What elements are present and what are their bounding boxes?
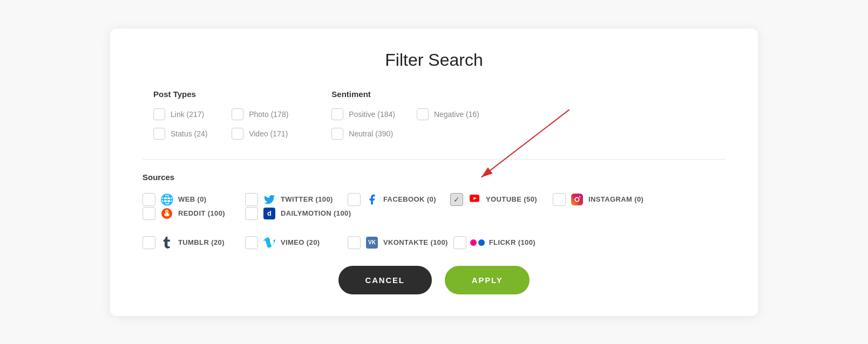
checkbox-status-box[interactable] <box>153 128 165 140</box>
page-title: Filter Search <box>143 50 725 70</box>
svg-point-9 <box>165 214 166 215</box>
source-vimeo-checkbox[interactable] <box>245 236 258 249</box>
checkbox-neutral[interactable]: Neutral (390) <box>331 128 395 140</box>
source-dailymotion[interactable]: d DAILYMOTION (100) <box>245 207 351 221</box>
source-tumblr[interactable]: TUMBLR (20) <box>143 236 240 250</box>
checkbox-video[interactable]: Video (171) <box>232 128 288 140</box>
sentiment-grid: Positive (184) Negative (16) Neutral (39… <box>331 108 480 140</box>
sentiment-label: Sentiment <box>331 90 480 99</box>
checkbox-neutral-label: Neutral (390) <box>349 129 393 138</box>
checkbox-neutral-box[interactable] <box>331 128 343 140</box>
action-buttons: CANCEL APPLY <box>143 266 725 294</box>
checkbox-status-label: Status (24) <box>171 129 207 138</box>
web-icon: 🌐 <box>160 192 174 207</box>
source-vimeo-label: VIMEO (20) <box>281 238 320 246</box>
source-twitter-checkbox[interactable] <box>245 193 258 206</box>
cancel-button[interactable]: CANCEL <box>338 266 432 294</box>
checkbox-link-label: Link (217) <box>171 110 204 119</box>
source-vkontakte-label: VKONTAKTE (100) <box>383 238 448 246</box>
source-youtube-label: YOUTUBE (50) <box>486 195 537 203</box>
sources-grid: 🌐 WEB (0) TWITTER (100) FACEBOOK (0) <box>143 192 725 250</box>
checkbox-link[interactable]: Link (217) <box>153 108 210 120</box>
checkbox-link-box[interactable] <box>153 108 165 120</box>
post-types-section: Post Types Link (217) Photo (178) Status… <box>153 90 288 140</box>
checkbox-negative[interactable]: Negative (16) <box>417 108 480 120</box>
vkontakte-icon: VK <box>365 236 379 250</box>
source-web-label: WEB (0) <box>178 195 207 203</box>
checkbox-negative-label: Negative (16) <box>434 110 479 119</box>
source-web[interactable]: 🌐 WEB (0) <box>143 192 240 207</box>
source-flickr-checkbox[interactable] <box>453 236 466 249</box>
reddit-icon <box>160 207 174 221</box>
source-youtube[interactable]: YOUTUBE (50) <box>450 192 547 207</box>
svg-rect-4 <box>571 194 583 205</box>
checkbox-negative-box[interactable] <box>417 108 429 120</box>
sources-section: Sources 🌐 WEB (0) TWITTER (100) <box>143 173 725 250</box>
source-web-checkbox[interactable] <box>143 193 155 206</box>
source-vimeo[interactable]: VIMEO (20) <box>245 236 342 250</box>
flickr-icon <box>471 236 485 250</box>
checkbox-positive[interactable]: Positive (184) <box>331 108 395 120</box>
source-dailymotion-checkbox[interactable] <box>245 207 258 220</box>
post-types-grid: Link (217) Photo (178) Status (24) Video… <box>153 108 288 140</box>
source-dailymotion-label: DAILYMOTION (100) <box>281 209 351 217</box>
sources-label: Sources <box>143 173 725 182</box>
filter-search-modal: Filter Search Post Types Link (217) Phot… <box>110 29 758 316</box>
instagram-icon <box>570 192 584 207</box>
checkbox-photo[interactable]: Photo (178) <box>232 108 288 120</box>
source-tumblr-checkbox[interactable] <box>143 236 155 249</box>
checkbox-video-label: Video (171) <box>249 129 288 138</box>
youtube-icon <box>467 192 482 207</box>
svg-point-8 <box>164 212 169 216</box>
source-reddit[interactable]: REDDIT (100) <box>143 207 240 221</box>
source-instagram-checkbox[interactable] <box>553 193 566 206</box>
svg-point-10 <box>168 214 169 215</box>
sources-row-2: TUMBLR (20) VIMEO (20) VK VKONTAKTE (100… <box>143 236 725 250</box>
source-twitter[interactable]: TWITTER (100) <box>245 192 342 207</box>
tumblr-icon <box>160 236 174 250</box>
source-facebook[interactable]: FACEBOOK (0) <box>348 192 445 207</box>
source-facebook-label: FACEBOOK (0) <box>383 195 436 203</box>
source-reddit-label: REDDIT (100) <box>178 209 225 217</box>
dailymotion-icon: d <box>262 207 276 221</box>
filter-sections: Post Types Link (217) Photo (178) Status… <box>143 90 725 140</box>
source-reddit-checkbox[interactable] <box>143 207 155 220</box>
sources-row-1: 🌐 WEB (0) TWITTER (100) FACEBOOK (0) <box>143 192 725 221</box>
source-flickr-label: FLICKR (100) <box>489 238 535 246</box>
svg-point-11 <box>169 210 171 212</box>
checkbox-status[interactable]: Status (24) <box>153 128 210 140</box>
checkbox-positive-label: Positive (184) <box>349 110 395 119</box>
svg-point-13 <box>166 210 168 212</box>
source-instagram-label: INSTAGRAM (0) <box>588 195 643 203</box>
section-divider <box>143 159 725 160</box>
facebook-icon <box>365 192 379 207</box>
apply-button[interactable]: APPLY <box>445 266 530 294</box>
source-facebook-checkbox[interactable] <box>348 193 361 206</box>
checkbox-photo-label: Photo (178) <box>249 110 288 119</box>
source-vkontakte-checkbox[interactable] <box>348 236 361 249</box>
sentiment-section: Sentiment Positive (184) Negative (16) N… <box>331 90 480 140</box>
source-flickr[interactable]: FLICKR (100) <box>453 236 551 250</box>
vimeo-icon <box>262 236 276 250</box>
post-types-label: Post Types <box>153 90 288 99</box>
source-instagram[interactable]: INSTAGRAM (0) <box>553 192 650 207</box>
source-youtube-checkbox[interactable] <box>450 193 463 206</box>
checkbox-photo-box[interactable] <box>232 108 243 120</box>
source-vkontakte[interactable]: VK VKONTAKTE (100) <box>348 236 448 250</box>
checkbox-positive-box[interactable] <box>331 108 343 120</box>
checkbox-video-box[interactable] <box>232 128 243 140</box>
twitter-icon <box>262 192 276 207</box>
svg-point-6 <box>579 196 580 197</box>
source-tumblr-label: TUMBLR (20) <box>178 238 225 246</box>
source-twitter-label: TWITTER (100) <box>281 195 333 203</box>
